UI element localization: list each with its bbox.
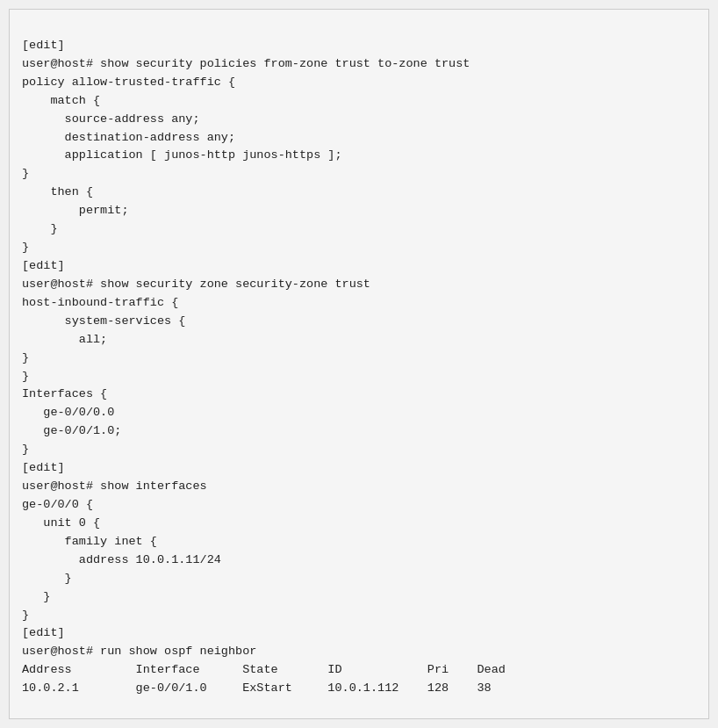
- terminal-line: policy allow-trusted-traffic {: [22, 74, 696, 92]
- terminal-line: unit 0 {: [22, 515, 696, 533]
- terminal-line: user@host# run show ospf neighbor: [22, 643, 696, 661]
- terminal-line: source-address any;: [22, 111, 696, 129]
- terminal-line: 10.0.2.1 ge-0/0/1.0 ExStart 10.0.1.112 1…: [22, 680, 696, 698]
- terminal-line: Address Interface State ID Pri Dead: [22, 661, 696, 680]
- terminal-line: [edit]: [22, 459, 696, 478]
- terminal-line: host-inbound-traffic {: [22, 294, 696, 313]
- terminal-line: Interfaces {: [22, 386, 696, 404]
- terminal-line: application [ junos-http junos-https ];: [22, 147, 696, 165]
- terminal-line: match {: [22, 92, 696, 111]
- terminal-line: }: [22, 165, 696, 184]
- terminal-line: then {: [22, 184, 696, 202]
- terminal-line: }: [22, 220, 696, 239]
- terminal-line: [edit]: [22, 37, 696, 55]
- terminal-line: }: [22, 570, 696, 588]
- terminal-line: }: [22, 441, 696, 459]
- terminal-line: permit;: [22, 202, 696, 220]
- terminal-line: }: [22, 239, 696, 257]
- terminal-line: all;: [22, 331, 696, 350]
- terminal-line: }: [22, 588, 696, 607]
- terminal-line: }: [22, 368, 696, 386]
- terminal-line: }: [22, 607, 696, 625]
- terminal-line: ge-0/0/0.0: [22, 404, 696, 422]
- terminal-line: }: [22, 350, 696, 368]
- terminal-line: [edit]: [22, 257, 696, 276]
- terminal-line: user@host# show interfaces: [22, 478, 696, 496]
- terminal-output: [edit]user@host# show security policies …: [9, 9, 709, 719]
- terminal-line: ge-0/0/1.0;: [22, 422, 696, 441]
- terminal-line: [edit]: [22, 624, 696, 643]
- terminal-line: destination-address any;: [22, 129, 696, 148]
- terminal-line: ge-0/0/0 {: [22, 496, 696, 515]
- terminal-line: user@host# show security policies from-z…: [22, 55, 696, 74]
- terminal-line: system-services {: [22, 313, 696, 331]
- terminal-line: address 10.0.1.11/24: [22, 551, 696, 570]
- terminal-line: user@host# show security zone security-z…: [22, 276, 696, 294]
- terminal-line: family inet {: [22, 533, 696, 551]
